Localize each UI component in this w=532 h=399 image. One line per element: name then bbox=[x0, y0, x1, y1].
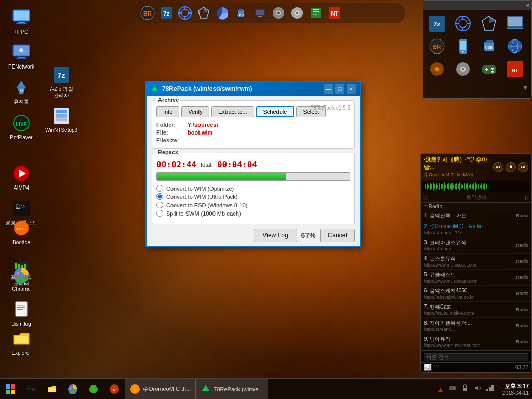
tray-icon-hdd[interactable] bbox=[447, 383, 458, 395]
desktop-icon-dism[interactable]: dism.log bbox=[3, 297, 40, 329]
radio-option-wim-optimize[interactable]: Convert to WIM (Optimize) bbox=[156, 185, 350, 192]
svg-rect-88 bbox=[482, 65, 496, 74]
radio-wim-optimize-input[interactable] bbox=[156, 185, 163, 192]
svg-rect-116 bbox=[486, 389, 488, 391]
top-icon-usb[interactable]: USB bbox=[233, 5, 249, 21]
radio-esd-input[interactable] bbox=[156, 202, 163, 208]
music-item[interactable]: 7. 행복Cast http://fm395.inklive.com/ Radi… bbox=[421, 302, 531, 318]
radio-option-swm[interactable]: Split to SWM (1000 Mb each) bbox=[156, 210, 350, 217]
top-icon-br[interactable]: BR bbox=[139, 5, 156, 21]
desktop-icon-aimp[interactable]: AIMP4 bbox=[3, 161, 40, 193]
top-icon-dvd[interactable] bbox=[270, 5, 287, 21]
taskbar-item-cmd[interactable]: C:\> bbox=[21, 379, 42, 400]
svg-point-106 bbox=[71, 388, 74, 391]
mini-widget-close-btn[interactable]: × bbox=[526, 2, 529, 8]
svg-point-65 bbox=[459, 19, 467, 28]
music-icon-right[interactable]: ▷ bbox=[525, 195, 529, 201]
desktop-icon-pot-player[interactable]: LIVE PotPlayer bbox=[3, 111, 40, 143]
top-icon-nt[interactable]: NT bbox=[326, 5, 343, 21]
desktop-icon-pe-network[interactable]: PENetwork bbox=[3, 40, 40, 72]
top-icon-tv[interactable] bbox=[251, 5, 268, 21]
clock[interactable]: 오후 3:17 2018-04-11 bbox=[499, 382, 532, 396]
top-icon-gem[interactable] bbox=[195, 5, 212, 21]
tray-icon-network[interactable] bbox=[485, 383, 495, 395]
start-button[interactable] bbox=[0, 379, 21, 400]
info-button[interactable]: Info bbox=[156, 106, 179, 117]
music-item[interactable]: 1. 음악산책 – 가은 Radio bbox=[421, 210, 531, 221]
schedule-button[interactable]: Schedule bbox=[256, 106, 295, 117]
music-icon-left[interactable]: ◁ bbox=[423, 195, 427, 201]
music-item-active[interactable]: 2. 수OromeoM.C ...Radio http://streami...… bbox=[421, 221, 531, 237]
repack-dialog: 78RePack (wim/esd/swm/rwm) — □ × Archive… bbox=[145, 81, 361, 247]
mini-icon-usb2[interactable]: USB bbox=[478, 36, 499, 57]
desktop-icon-explorer[interactable]: Explorer bbox=[3, 326, 40, 358]
svg-rect-30 bbox=[16, 23, 27, 24]
mini-icon-network[interactable] bbox=[504, 13, 525, 34]
music-chart-icon[interactable]: 📊 bbox=[424, 364, 432, 371]
svg-rect-10 bbox=[239, 9, 243, 11]
radio-wim-ultra-input[interactable] bbox=[156, 193, 163, 200]
music-item[interactable]: 3. 코리아댄스뮤직 http://streami... Radio bbox=[421, 237, 531, 254]
taskbar-item-repack[interactable]: 78RePack (wim/e... bbox=[195, 379, 268, 400]
mini-icon-nt2[interactable]: NT bbox=[504, 59, 525, 79]
mini-icon-7z[interactable]: 7z bbox=[427, 13, 447, 34]
mini-icon-game[interactable] bbox=[478, 59, 499, 79]
music-prev-btn[interactable]: ⏮ bbox=[493, 162, 503, 172]
top-icon-book[interactable] bbox=[308, 5, 324, 21]
music-section-label: Radio bbox=[429, 204, 442, 209]
clock-time: 오후 3:17 bbox=[502, 382, 529, 390]
taskbar-item-chrome[interactable] bbox=[62, 379, 83, 400]
desktop-icon-chrome[interactable]: Chrome bbox=[3, 262, 40, 295]
taskbar-item-ragnarok[interactable]: R bbox=[104, 379, 125, 400]
tray-icon-lock[interactable] bbox=[460, 383, 470, 395]
music-heart-icon[interactable]: ♡ bbox=[434, 364, 440, 371]
top-icon-pie[interactable] bbox=[214, 5, 231, 21]
music-next-btn[interactable]: ⏭ bbox=[518, 162, 528, 172]
dialog-minimize-btn[interactable]: — bbox=[324, 84, 333, 94]
music-item[interactable]: 6. 음악스케치4050 http://mbsyejinkive.co.kr R… bbox=[421, 286, 531, 302]
svg-point-92 bbox=[491, 71, 494, 73]
top-icon-cd[interactable] bbox=[289, 5, 305, 21]
dialog-close-btn[interactable]: × bbox=[347, 84, 356, 94]
verify-button[interactable]: Verify bbox=[181, 106, 209, 117]
desktop-icon-7zip[interactable]: 7z 7-Zip 파일관리자 bbox=[43, 62, 80, 101]
music-item[interactable]: 8. 지아가행복한 데... http://streami... Radio bbox=[421, 318, 531, 334]
view-log-button[interactable]: View Log bbox=[254, 229, 297, 242]
svg-point-33 bbox=[19, 48, 23, 52]
music-item[interactable]: 4. 논스톱뮤직 http://www.musixcast.com Radio bbox=[421, 254, 531, 270]
desktop-icon-my-pc[interactable]: 내 PC bbox=[3, 5, 40, 37]
mini-icon-gem[interactable] bbox=[478, 13, 499, 34]
dialog-maximize-btn[interactable]: □ bbox=[335, 84, 344, 94]
svg-rect-100 bbox=[11, 390, 15, 394]
extract-to-button[interactable]: Extract to... bbox=[211, 106, 254, 117]
taskbar-item-explorer[interactable] bbox=[42, 379, 62, 400]
taskbar-item-leaf[interactable] bbox=[83, 379, 104, 400]
radio-option-wim-ultra[interactable]: Convert to WIM (Ultra Pack) bbox=[156, 193, 350, 200]
taskbar-item-music[interactable]: ♪ 수OromeoM.C th... bbox=[125, 379, 195, 400]
desktop-icon-winnt[interactable]: WinNTSetup3 bbox=[43, 103, 80, 136]
radio-option-esd[interactable]: Convert to ESD (Windows 8-10) bbox=[156, 202, 350, 208]
svg-text:USB: USB bbox=[237, 12, 245, 17]
mini-icon-globe[interactable] bbox=[504, 36, 525, 57]
cancel-button[interactable]: Cancel bbox=[320, 229, 355, 242]
desktop-icon-recycle[interactable]: ♻ 휴지통 bbox=[3, 75, 40, 107]
music-pause-btn[interactable]: ⏸ bbox=[506, 162, 516, 172]
tray-icon-volume[interactable] bbox=[472, 383, 483, 395]
radio-swm-input[interactable] bbox=[156, 210, 163, 217]
mini-icon-br[interactable]: BR bbox=[427, 36, 447, 57]
music-item[interactable]: 9. 님아뮤직 http://www.amusixcast.com Radio bbox=[421, 334, 531, 350]
desktop-icon-bootice[interactable]: BOOT BootIce bbox=[3, 216, 40, 248]
music-item[interactable]: 5. 뮤클래스트 http://www.musixcast.com Radio bbox=[421, 270, 531, 286]
music-section-expand[interactable]: □ bbox=[424, 204, 427, 209]
music-search-input[interactable] bbox=[424, 353, 528, 361]
top-icon-7z[interactable]: 7z bbox=[158, 5, 175, 21]
mini-icon-music[interactable] bbox=[427, 59, 447, 79]
mini-icon-cd[interactable] bbox=[453, 59, 473, 79]
tray-icon-arrow[interactable]: ▲ bbox=[436, 384, 445, 394]
radio-esd-label: Convert to ESD (Windows 8-10) bbox=[166, 202, 248, 208]
mini-icon-phone[interactable] bbox=[453, 36, 473, 57]
mini-widget-down-arrow[interactable]: ▼ bbox=[522, 84, 528, 91]
top-icon-paint[interactable] bbox=[177, 5, 193, 21]
mini-icon-paint[interactable] bbox=[453, 13, 473, 34]
svg-text:BOOT: BOOT bbox=[15, 227, 27, 231]
